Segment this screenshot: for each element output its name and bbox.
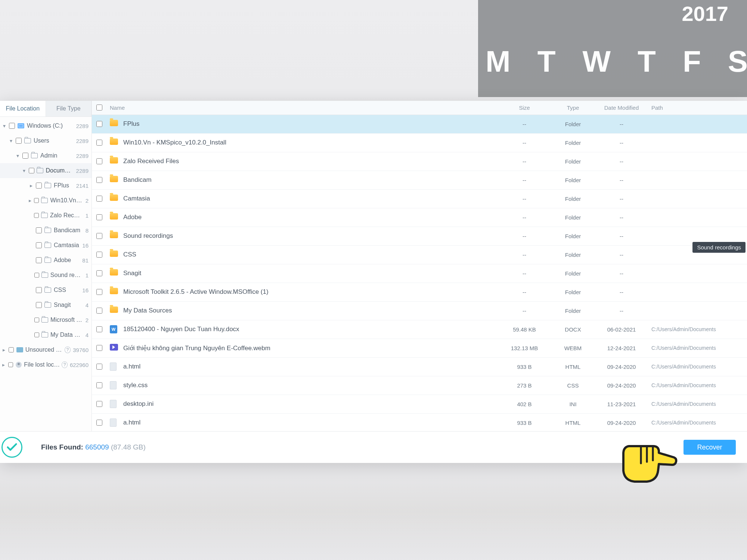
file-size: 59.48 KB <box>498 326 551 333</box>
tree-item[interactable]: Camtasia16 <box>0 238 92 253</box>
file-row[interactable]: My Data Sources--Folder-- <box>92 302 747 320</box>
file-row[interactable]: Giới thiệu không gian Trung Nguyên E-Cof… <box>92 339 747 358</box>
col-name[interactable]: Name <box>110 105 498 111</box>
row-checkbox[interactable] <box>96 177 102 183</box>
tree-checkbox[interactable] <box>34 272 39 278</box>
tree-checkbox[interactable] <box>8 362 13 368</box>
row-checkbox[interactable] <box>96 270 102 276</box>
expand-toggle-icon[interactable]: ▾ <box>8 138 13 144</box>
expand-toggle-icon[interactable]: ▾ <box>22 168 27 174</box>
file-size: 402 B <box>498 401 551 407</box>
row-checkbox[interactable] <box>96 308 102 314</box>
tree-item[interactable]: ▸Win10.Vn - KMS...2 <box>0 193 92 208</box>
tree-item[interactable]: My Data Sources4 <box>0 327 92 342</box>
expand-toggle-icon[interactable]: ▸ <box>1 347 6 353</box>
expand-toggle-icon[interactable]: ▸ <box>28 197 32 203</box>
tree-item[interactable]: Zalo Received Fil...1 <box>0 208 92 223</box>
tree-item[interactable]: Microsoft Toolki...2 <box>0 312 92 327</box>
recover-button[interactable]: Recover <box>684 440 736 455</box>
file-row[interactable]: Camtasia--Folder-- <box>92 190 747 208</box>
tree-checkbox[interactable] <box>36 242 42 248</box>
file-row[interactable]: Microsoft Toolkit 2.6.5 - Active Window.… <box>92 283 747 302</box>
file-row[interactable]: Adobe--Folder-- <box>92 208 747 227</box>
file-size: -- <box>498 140 551 146</box>
help-icon[interactable]: ? <box>62 361 68 368</box>
row-checkbox[interactable] <box>96 420 102 426</box>
row-checkbox[interactable] <box>96 196 102 202</box>
help-icon[interactable]: ? <box>65 346 71 353</box>
folder-outline-icon <box>44 287 52 293</box>
file-row[interactable]: a.html933 BHTML09-24-2020C:/Users/Admin/… <box>92 358 747 376</box>
file-rows[interactable]: FPlus--Folder--Win10.Vn - KMSpico_v10.2.… <box>92 115 747 431</box>
tab-file-type[interactable]: File Type <box>46 101 92 116</box>
tree-item[interactable]: ▸Unsourced files?39760 <box>0 342 92 357</box>
file-row[interactable]: Win10.Vn - KMSpico_v10.2.0_Install--Fold… <box>92 134 747 152</box>
row-checkbox[interactable] <box>96 252 102 258</box>
tree-item[interactable]: Adobe81 <box>0 253 92 268</box>
tree-checkbox[interactable] <box>36 287 42 293</box>
file-row[interactable]: FPlus--Folder-- <box>92 115 747 134</box>
tree-checkbox[interactable] <box>36 183 42 189</box>
tree-item-count: 16 <box>82 242 89 249</box>
expand-toggle-icon[interactable]: ▸ <box>1 362 6 368</box>
tree-item[interactable]: ▸FPlus2141 <box>0 178 92 193</box>
row-checkbox[interactable] <box>96 382 102 388</box>
tree-item[interactable]: ▸File lost location?622960 <box>0 357 92 372</box>
file-name: desktop.ini <box>123 400 498 408</box>
row-checkbox[interactable] <box>96 345 102 351</box>
tree-checkbox[interactable] <box>34 197 39 203</box>
tree-checkbox[interactable] <box>16 138 22 144</box>
row-checkbox[interactable] <box>96 233 102 239</box>
col-date[interactable]: Date Modified <box>595 105 648 111</box>
row-checkbox[interactable] <box>96 121 102 127</box>
file-row[interactable]: W185120400 - Nguyen Duc Tuan Huy.docx59.… <box>92 320 747 339</box>
tab-file-location[interactable]: File Location <box>0 101 46 116</box>
file-name: Camtasia <box>123 195 498 202</box>
tree-item[interactable]: Bandicam8 <box>0 223 92 238</box>
col-type[interactable]: Type <box>551 105 595 111</box>
tree-checkbox[interactable] <box>34 212 39 218</box>
tree-item[interactable]: Sound recordings1 <box>0 268 92 283</box>
file-row[interactable]: a.html933 BHTML09-24-2020C:/Users/Admin/… <box>92 414 747 431</box>
tree-item[interactable]: Snagit4 <box>0 298 92 312</box>
tree-item[interactable]: ▾Documents2289 <box>0 163 92 178</box>
row-checkbox[interactable] <box>96 158 102 164</box>
tree-checkbox[interactable] <box>34 332 39 338</box>
row-checkbox[interactable] <box>96 326 102 332</box>
row-checkbox[interactable] <box>96 289 102 295</box>
file-row[interactable]: Zalo Received Files--Folder-- <box>92 152 747 171</box>
tree-checkbox[interactable] <box>36 227 42 233</box>
tree-item[interactable]: ▾Admin2289 <box>0 148 92 163</box>
tree-checkbox[interactable] <box>36 302 42 308</box>
folder-icon <box>110 176 118 184</box>
select-all-checkbox[interactable] <box>96 105 102 111</box>
file-row[interactable]: desktop.ini402 BINI11-23-2021C:/Users/Ad… <box>92 395 747 414</box>
expand-toggle-icon[interactable]: ▾ <box>15 153 20 159</box>
file-type: Folder <box>551 252 595 258</box>
expand-toggle-icon[interactable]: ▸ <box>28 183 34 189</box>
tree-item[interactable]: CSS16 <box>0 283 92 298</box>
tree-checkbox[interactable] <box>34 317 39 323</box>
tree-checkbox[interactable] <box>22 153 28 159</box>
tree-item-label: Adobe <box>54 257 80 264</box>
row-checkbox[interactable] <box>96 214 102 220</box>
file-row[interactable]: CSS--Folder-- <box>92 246 747 264</box>
file-row[interactable]: Snagit--Folder-- <box>92 264 747 283</box>
file-row[interactable]: style.css273 BCSS09-24-2020C:/Users/Admi… <box>92 376 747 395</box>
col-size[interactable]: Size <box>498 105 551 111</box>
tree-checkbox[interactable] <box>9 123 15 129</box>
file-row[interactable]: Bandicam--Folder-- <box>92 171 747 190</box>
row-checkbox[interactable] <box>96 140 102 146</box>
tree-checkbox[interactable] <box>9 347 14 353</box>
tree-item-label: Win10.Vn - KMS... <box>50 197 83 204</box>
tree-checkbox[interactable] <box>36 257 42 263</box>
row-checkbox[interactable] <box>96 401 102 407</box>
tree-item[interactable]: ▾Windows (C:)2289 <box>0 118 92 133</box>
file-row[interactable]: Sound recordings--Folder-- <box>92 227 747 246</box>
expand-toggle-icon[interactable]: ▾ <box>1 123 7 129</box>
tree-checkbox[interactable] <box>29 168 34 174</box>
file-date: -- <box>595 177 648 183</box>
col-path[interactable]: Path <box>648 105 741 111</box>
row-checkbox[interactable] <box>96 364 102 370</box>
tree-item[interactable]: ▾Users2289 <box>0 133 92 148</box>
